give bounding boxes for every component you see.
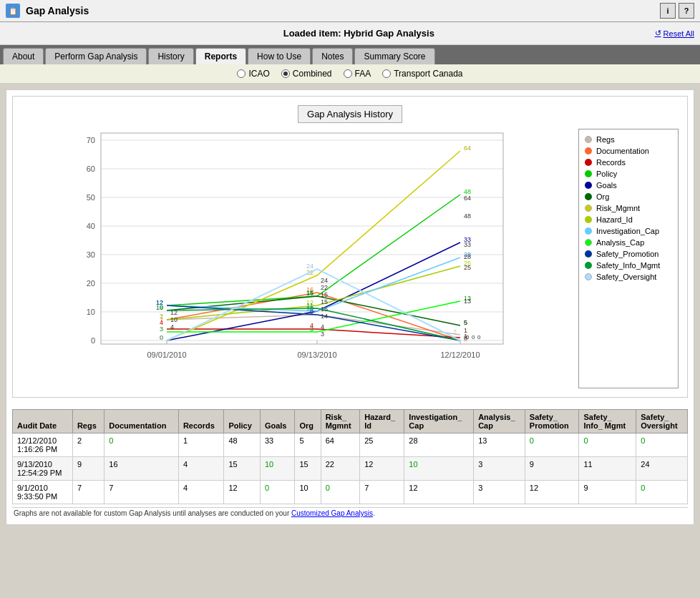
td-risk-1: 64	[321, 433, 360, 457]
td-regs-2: 9	[72, 457, 104, 481]
legend-risk-mgmnt: Risk_Mgmnt	[585, 204, 672, 212]
legend-safety-info-label: Safety_Info_Mgmt	[596, 261, 660, 270]
svg-text:14: 14	[321, 313, 328, 320]
legend-safety-promotion-dot	[585, 250, 592, 258]
svg-text:11: 11	[306, 302, 313, 309]
radio-combined-dot	[281, 69, 290, 78]
legend-safety-promotion: Safety_Promotion	[585, 250, 672, 258]
svg-text:7: 7	[160, 313, 163, 320]
svg-text:64: 64	[464, 144, 471, 152]
th-investigation-cap: Investigation_Cap	[404, 410, 474, 433]
td-org-1: 5	[295, 433, 321, 457]
svg-text:12: 12	[170, 309, 178, 316]
th-records: Records	[178, 410, 223, 433]
td-goals-2: 10	[260, 457, 295, 481]
tab-howto[interactable]: How to Use	[248, 48, 311, 64]
th-risk-mgmnt: Risk_Mgmnt	[321, 410, 360, 433]
legend-safety-info-mgmt: Safety_Info_Mgmt	[585, 261, 672, 270]
th-hazard-id: Hazard_Id	[360, 410, 404, 433]
info-button[interactable]: i	[660, 3, 676, 19]
td-safepro-1: 0	[525, 433, 579, 457]
td-date-1: 12/12/20101:16:26 PM	[13, 433, 73, 457]
tab-summary[interactable]: Summary Score	[354, 48, 434, 64]
app-title: Gap Analysis	[26, 5, 89, 16]
td-analysis-3: 3	[474, 481, 525, 504]
tab-perform[interactable]: Perform Gap Analysis	[45, 48, 147, 64]
legend-policy-label: Policy	[596, 170, 617, 178]
td-safeinfo-1: 0	[579, 433, 636, 457]
legend-regs-label: Regs	[596, 135, 615, 144]
legend-policy: Policy	[585, 170, 672, 178]
table-header-row: Audit Date Regs Documentation Records Po…	[13, 410, 688, 433]
svg-text:22: 22	[321, 284, 328, 291]
td-hazard-3: 7	[360, 481, 404, 504]
title-bar: 📋 Gap Analysis i ?	[0, 0, 700, 22]
svg-text:0: 0	[466, 334, 470, 340]
svg-text:70: 70	[87, 136, 95, 144]
td-records-3: 4	[178, 481, 223, 504]
svg-text:5: 5	[464, 319, 467, 326]
legend-hazard-label: Hazard_Id	[596, 215, 633, 224]
chart-container: Gap Analysis History 70 60 50 40 30	[12, 96, 688, 398]
legend-documentation-dot	[585, 147, 592, 155]
radio-combined-label: Combined	[293, 69, 332, 79]
legend-analysis-cap: Analysis_Cap	[585, 238, 672, 247]
legend-risk-dot	[585, 205, 592, 212]
main-content: Gap Analysis History 70 60 50 40 30	[6, 89, 694, 525]
td-risk-3: 0	[321, 481, 360, 504]
reset-all-button[interactable]: ↺ Reset All	[655, 29, 694, 38]
td-policy-3: 12	[224, 481, 261, 504]
svg-text:24: 24	[306, 263, 313, 270]
tab-reports[interactable]: Reports	[195, 48, 246, 64]
td-goals-1: 33	[260, 433, 295, 457]
legend-org: Org	[585, 192, 672, 201]
legend-org-dot	[585, 193, 592, 200]
data-table: Audit Date Regs Documentation Records Po…	[12, 409, 688, 504]
legend-analysis-label: Analysis_Cap	[596, 238, 644, 247]
loaded-item-label: Loaded item: Hybrid Gap Analysis	[63, 28, 655, 39]
chart-svg: 70 60 50 40 30 20 10 0	[21, 129, 570, 386]
td-documentation-3: 7	[104, 481, 179, 504]
radio-combined[interactable]: Combined	[281, 69, 332, 79]
legend-safety-oversight-dot	[585, 273, 592, 280]
loaded-bar: Loaded item: Hybrid Gap Analysis ↺ Reset…	[0, 22, 700, 45]
tab-notes[interactable]: Notes	[312, 48, 353, 64]
radio-icao-dot	[237, 69, 246, 78]
svg-text:0: 0	[477, 334, 481, 340]
radio-icao[interactable]: ICAO	[237, 69, 269, 79]
svg-text:48: 48	[464, 212, 471, 220]
radio-transport[interactable]: Transport Canada	[382, 69, 462, 79]
svg-text:09/13/2010: 09/13/2010	[297, 351, 336, 359]
radio-faa[interactable]: FAA	[344, 69, 371, 79]
radio-faa-label: FAA	[355, 69, 371, 79]
tab-about[interactable]: About	[3, 48, 44, 64]
svg-text:25: 25	[464, 264, 471, 271]
legend-records: Records	[585, 158, 672, 167]
svg-text:2: 2	[453, 328, 457, 335]
td-safepro-2: 9	[525, 457, 579, 481]
tab-history[interactable]: History	[148, 48, 193, 64]
svg-text:15: 15	[321, 305, 328, 313]
data-table-section: Audit Date Regs Documentation Records Po…	[12, 409, 688, 504]
td-date-2: 9/13/201012:54:29 PM	[13, 457, 73, 481]
svg-text:0: 0	[91, 336, 95, 345]
footer-note-link[interactable]: Customized Gap Analysis	[291, 509, 373, 517]
legend-investigation-label: Investigation_Cap	[596, 227, 659, 235]
th-regs: Regs	[72, 410, 104, 433]
td-policy-1: 48	[224, 433, 261, 457]
svg-text:28: 28	[464, 253, 471, 260]
td-goals-3: 0	[260, 481, 295, 504]
th-policy: Policy	[224, 410, 261, 433]
th-safety-promotion: Safety_Promotion	[525, 410, 579, 433]
help-button[interactable]: ?	[679, 3, 694, 19]
radio-transport-label: Transport Canada	[394, 69, 462, 79]
td-policy-2: 15	[224, 457, 261, 481]
svg-text:3: 3	[321, 330, 324, 338]
td-records-1: 1	[178, 433, 223, 457]
td-invest-3: 12	[404, 481, 474, 504]
svg-text:4: 4	[170, 323, 174, 330]
footer-note: Graphs are not available for custom Gap …	[12, 507, 688, 519]
td-safeover-3: 0	[636, 481, 688, 504]
radio-icao-label: ICAO	[248, 69, 269, 79]
footer-note-text: Graphs are not available for custom Gap …	[14, 509, 291, 517]
